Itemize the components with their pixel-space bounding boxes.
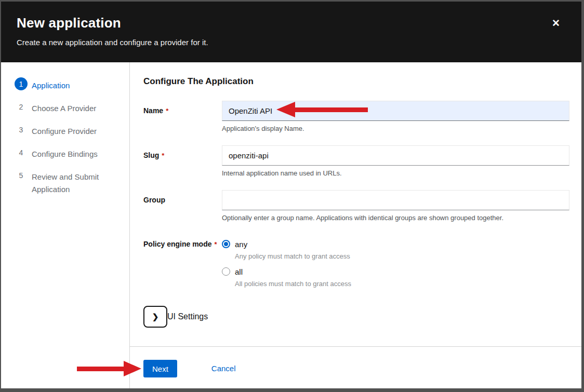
radio-any-label[interactable]: any bbox=[235, 240, 247, 249]
close-button[interactable]: ✕ bbox=[549, 17, 563, 30]
modal-subtitle: Create a new application and configure a… bbox=[17, 38, 550, 47]
form-row-group: Group Optionally enter a group name. App… bbox=[143, 190, 571, 222]
radio-any[interactable] bbox=[222, 240, 230, 248]
step-label: Application bbox=[32, 77, 70, 92]
group-label: Group bbox=[143, 190, 222, 222]
radio-option-any: any bbox=[222, 239, 569, 249]
ui-settings-expander: ❯ UI Settings bbox=[143, 306, 571, 328]
pane-heading: Configure The Application bbox=[143, 76, 571, 87]
step-number-badge: 5 bbox=[15, 169, 28, 182]
policy-engine-mode-label: Policy engine mode* bbox=[143, 239, 222, 288]
next-button[interactable]: Next bbox=[143, 360, 177, 377]
form-row-name: Name* Application's display Name. bbox=[143, 101, 571, 133]
modal-header: New application Create a new application… bbox=[1, 2, 581, 62]
step-label: Configure Provider bbox=[32, 123, 97, 138]
wizard-footer: Next Cancel bbox=[130, 346, 581, 388]
slug-label: Slug* bbox=[143, 145, 222, 178]
name-input[interactable] bbox=[222, 101, 569, 121]
ui-settings-label: UI Settings bbox=[167, 312, 208, 321]
name-helper-text: Application's display Name. bbox=[222, 125, 569, 133]
wizard-content-column: Configure The Application Name* Applicat… bbox=[130, 62, 581, 388]
new-application-modal: New application Create a new application… bbox=[1, 2, 581, 388]
required-asterisk: * bbox=[214, 240, 217, 248]
wizard-step-review-submit[interactable]: 5 Review and Submit Application bbox=[1, 165, 129, 200]
form-row-policy-engine-mode: Policy engine mode* any Any policy must … bbox=[143, 239, 571, 288]
step-label: Choose A Provider bbox=[32, 100, 96, 115]
wizard-step-configure-bindings[interactable]: 4 Configure Bindings bbox=[1, 142, 129, 165]
wizard-step-choose-provider[interactable]: 2 Choose A Provider bbox=[1, 96, 129, 119]
chevron-right-icon: ❯ bbox=[152, 312, 159, 321]
step-number-badge: 3 bbox=[15, 123, 28, 136]
step-number-badge: 4 bbox=[15, 146, 28, 159]
step-number-badge: 2 bbox=[15, 100, 28, 113]
ui-settings-toggle-button[interactable]: ❯ bbox=[143, 306, 167, 328]
radio-all-helper-text: All policies must match to grant access bbox=[235, 280, 569, 288]
radio-all-label[interactable]: all bbox=[235, 267, 243, 276]
radio-any-helper-text: Any policy must match to grant access bbox=[235, 252, 569, 260]
modal-title: New application bbox=[17, 15, 550, 31]
required-asterisk: * bbox=[166, 107, 168, 115]
name-label: Name* bbox=[143, 101, 222, 133]
cancel-button[interactable]: Cancel bbox=[211, 360, 236, 377]
form-row-slug: Slug* Internal application name used in … bbox=[143, 145, 571, 178]
slug-input[interactable] bbox=[222, 145, 569, 166]
wizard-step-application[interactable]: 1 Application bbox=[1, 73, 129, 96]
radio-all[interactable] bbox=[222, 267, 230, 276]
required-asterisk: * bbox=[162, 152, 164, 159]
wizard-steps-nav: 1 Application 2 Choose A Provider 3 Conf… bbox=[1, 62, 130, 388]
step-label: Review and Submit Application bbox=[32, 169, 115, 196]
group-helper-text: Optionally enter a group name. Applicati… bbox=[222, 214, 569, 222]
slug-helper-text: Internal application name used in URLs. bbox=[222, 169, 569, 178]
wizard-step-configure-provider[interactable]: 3 Configure Provider bbox=[1, 119, 129, 142]
group-input[interactable] bbox=[222, 190, 569, 210]
radio-option-all: all bbox=[222, 266, 569, 277]
step-label: Configure Bindings bbox=[32, 146, 98, 160]
step-number-badge: 1 bbox=[15, 77, 28, 90]
close-icon: ✕ bbox=[552, 18, 560, 29]
configure-application-pane: Configure The Application Name* Applicat… bbox=[130, 62, 581, 346]
modal-body: 1 Application 2 Choose A Provider 3 Conf… bbox=[1, 62, 581, 388]
